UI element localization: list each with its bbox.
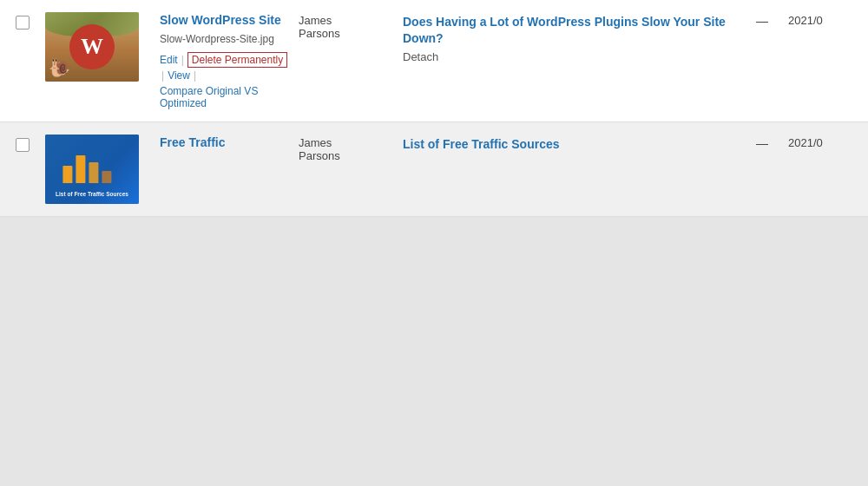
edit-link[interactable]: Edit — [160, 54, 178, 66]
row-select-checkbox[interactable] — [16, 138, 30, 152]
author-lastname: Parsons — [299, 149, 340, 162]
author-col: James Parsons — [299, 135, 394, 162]
attached-col: List of Free Traffic Sources — [403, 135, 727, 156]
table-row: W 🐌 Slow WordPress Site Slow-Wordpress-S… — [0, 0, 868, 122]
item-actions: Edit | Delete Permanently | View | Compa… — [160, 52, 290, 109]
thumb-label: List of Free Traffic Sources — [49, 191, 135, 198]
item-title[interactable]: Free Traffic — [160, 135, 290, 151]
attached-col: Does Having a Lot of WordPress Plugins S… — [403, 12, 727, 63]
author-firstname: James — [299, 136, 332, 149]
row-checkbox-col — [0, 135, 45, 152]
table-row: List of Free Traffic Sources Free Traffi… — [0, 122, 868, 217]
attached-post-title[interactable]: List of Free Traffic Sources — [403, 136, 727, 153]
date-col: 2021/0 — [788, 135, 858, 149]
action-sep-2: | — [161, 69, 164, 82]
wp-logo-letter: W — [81, 34, 103, 60]
row-checkbox-col — [0, 12, 45, 30]
media-thumbnail: W 🐌 — [45, 12, 139, 82]
row-select-checkbox[interactable] — [16, 16, 30, 30]
action-sep-3: | — [194, 69, 196, 82]
attached-post-title[interactable]: Does Having a Lot of WordPress Plugins S… — [403, 14, 727, 47]
item-title-col: Slow WordPress Site Slow-Wordpress-Site.… — [160, 12, 290, 109]
dash-col: — — [736, 135, 788, 150]
date-col: 2021/0 — [788, 12, 858, 27]
thumbnail-col: W 🐌 — [45, 12, 149, 82]
item-title[interactable]: Slow WordPress Site — [160, 12, 290, 29]
author-firstname: James — [299, 14, 332, 27]
item-title-col: Free Traffic — [160, 135, 290, 154]
author-col: James Parsons — [299, 12, 394, 40]
action-sep-1: | — [181, 54, 184, 66]
delete-permanently-link[interactable]: Delete Permanently — [187, 52, 287, 68]
thumbnail-col: List of Free Traffic Sources — [45, 135, 149, 204]
snail-icon: 🐌 — [49, 57, 70, 78]
item-filename: Slow-Wordpress-Site.jpg — [160, 32, 290, 47]
detach-link[interactable]: Detach — [403, 50, 727, 63]
media-thumbnail: List of Free Traffic Sources — [45, 135, 139, 204]
dash-col: — — [736, 12, 788, 28]
media-library-table: W 🐌 Slow WordPress Site Slow-Wordpress-S… — [0, 0, 868, 217]
view-link[interactable]: View — [168, 69, 190, 82]
compare-link[interactable]: Compare Original VS Optimized — [160, 85, 290, 109]
author-lastname: Parsons — [299, 27, 340, 40]
